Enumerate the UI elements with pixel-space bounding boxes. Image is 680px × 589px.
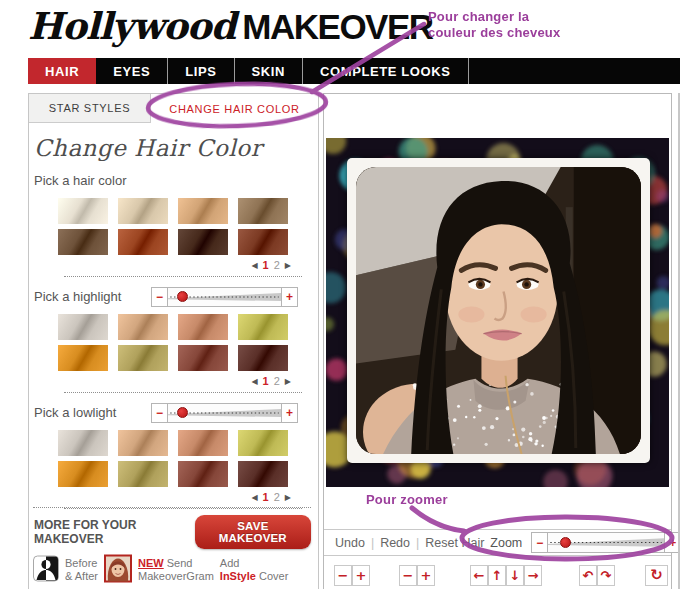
panel-tabs: STAR STYLES CHANGE HAIR COLOR (29, 94, 318, 123)
rotate-left-button[interactable]: ↶ (579, 565, 597, 586)
save-makeover-button[interactable]: SAVE MAKEOVER (195, 515, 311, 549)
lowlight-slider-track[interactable] (168, 403, 281, 423)
makeover-footer: MORE FOR YOUR MAKEOVER SAVE MAKEOVER (33, 507, 311, 588)
hair-swatch[interactable] (118, 430, 168, 456)
hair-swatch[interactable] (58, 345, 108, 371)
photo-canvas[interactable] (326, 138, 669, 487)
new-badge: NEW (138, 557, 164, 569)
highlight-minus-button[interactable]: − (151, 287, 168, 307)
move-right-button[interactable]: → (524, 565, 542, 586)
tab-change-hair-color[interactable]: CHANGE HAIR COLOR (151, 94, 318, 123)
nav-tab-lips[interactable]: LIPS (168, 58, 234, 84)
shrink-button-b[interactable]: − (399, 565, 417, 586)
highlight-swatch-grid (58, 314, 305, 371)
hair-swatch[interactable] (58, 229, 108, 255)
logo-makeover: MAKEOVER (242, 7, 432, 47)
canvas-toolbar: Undo | Redo | Reset Hair Zoom − + (324, 529, 671, 556)
page-next-icon[interactable]: ▶ (285, 377, 291, 386)
page-next-icon[interactable]: ▶ (285, 261, 291, 270)
hair-swatch[interactable] (238, 461, 288, 487)
before-after-icon[interactable] (33, 555, 59, 585)
move-left-button[interactable]: ← (470, 565, 488, 586)
hair-swatch[interactable] (58, 430, 108, 456)
lowlight-minus-button[interactable]: − (151, 403, 168, 423)
nav-tab-hair[interactable]: HAIR (28, 58, 96, 84)
enlarge-button-a[interactable]: + (352, 565, 370, 586)
hair-swatch[interactable] (58, 461, 108, 487)
nav-tab-skin[interactable]: SKIN (235, 58, 303, 84)
instyle-cover-label[interactable]: Add InStyle Cover (220, 557, 288, 583)
main-nav: HAIR EYES LIPS SKIN COMPLETE LOOKS (28, 58, 680, 84)
lowlight-intensity-slider: − + (151, 403, 298, 423)
zoom-out-button[interactable]: − (531, 532, 548, 553)
before-after-label[interactable]: Before & After (65, 557, 98, 583)
divider (33, 507, 311, 508)
portrait-photo (356, 167, 641, 454)
highlight-section-label: Pick a highlight (34, 289, 121, 304)
lowlight-section-label: Pick a lowlight (34, 405, 116, 420)
hair-swatch[interactable] (118, 461, 168, 487)
undo-link[interactable]: Undo (329, 536, 371, 550)
annotation-hair-color-note: Pour changer la couleur des cheveux (428, 9, 560, 42)
page-1[interactable]: 1 (263, 259, 269, 271)
lowlight-plus-button[interactable]: + (281, 403, 298, 423)
highlight-intensity-slider: − + (151, 287, 298, 307)
page-2[interactable]: 2 (274, 259, 280, 271)
hair-swatch[interactable] (118, 229, 168, 255)
hair-color-section-label: Pick a hair color (34, 173, 126, 188)
highlight-pagination: ◀ 1 2 ▶ (33, 375, 291, 387)
makeovergram-label[interactable]: NEW Send MakeoverGram (138, 557, 214, 583)
hair-swatch[interactable] (178, 229, 228, 255)
hair-swatch[interactable] (238, 229, 288, 255)
hair-swatch[interactable] (238, 314, 288, 340)
page-title: Change Hair Color (34, 135, 305, 161)
hair-swatch[interactable] (58, 198, 108, 224)
page-2[interactable]: 2 (274, 491, 280, 503)
enlarge-button-b[interactable]: + (417, 565, 435, 586)
hair-color-swatch-grid (58, 198, 305, 255)
app-logo: Hollywood MAKEOVER (28, 4, 433, 48)
tab-star-styles[interactable]: STAR STYLES (29, 94, 151, 123)
zoom-slider-track[interactable] (548, 532, 664, 553)
page-1[interactable]: 1 (263, 375, 269, 387)
hair-swatch[interactable] (118, 345, 168, 371)
photo-panel: Undo | Redo | Reset Hair Zoom − + − + (323, 93, 672, 589)
nav-tab-eyes[interactable]: EYES (96, 58, 168, 84)
makeovergram-thumbnail[interactable] (104, 554, 132, 586)
page-prev-icon[interactable]: ◀ (251, 261, 257, 270)
highlight-plus-button[interactable]: + (281, 287, 298, 307)
page-1[interactable]: 1 (263, 491, 269, 503)
hair-swatch[interactable] (178, 198, 228, 224)
highlight-slider-track[interactable] (168, 287, 281, 307)
reset-hair-link[interactable]: Reset Hair (419, 536, 490, 550)
zoom-label: Zoom (490, 536, 522, 550)
hair-swatch[interactable] (178, 345, 228, 371)
shrink-button-a[interactable]: − (334, 565, 352, 586)
hair-swatch[interactable] (238, 430, 288, 456)
hair-swatch[interactable] (178, 430, 228, 456)
hair-swatch[interactable] (238, 198, 288, 224)
hair-color-pagination: ◀ 1 2 ▶ (33, 259, 291, 271)
hair-swatch[interactable] (238, 345, 288, 371)
hair-swatch[interactable] (178, 314, 228, 340)
nav-tab-complete-looks[interactable]: COMPLETE LOOKS (303, 58, 468, 84)
hair-swatch[interactable] (118, 198, 168, 224)
lowlight-slider-knob[interactable] (177, 407, 188, 418)
highlight-slider-knob[interactable] (177, 291, 188, 302)
hair-swatch[interactable] (118, 314, 168, 340)
instyle-brand: InStyle (220, 570, 256, 582)
page-2[interactable]: 2 (274, 375, 280, 387)
hair-swatch[interactable] (178, 461, 228, 487)
move-up-button[interactable]: ↑ (488, 565, 506, 586)
page-next-icon[interactable]: ▶ (285, 493, 291, 502)
hair-swatch[interactable] (58, 314, 108, 340)
reset-rotation-button[interactable]: ↻ (645, 565, 668, 586)
move-down-button[interactable]: ↓ (506, 565, 524, 586)
rotate-right-button[interactable]: ↷ (597, 565, 615, 586)
zoom-slider-knob[interactable] (560, 537, 571, 548)
photo-frame (347, 158, 650, 463)
redo-link[interactable]: Redo (374, 536, 416, 550)
page-prev-icon[interactable]: ◀ (251, 377, 257, 386)
page-prev-icon[interactable]: ◀ (251, 493, 257, 502)
zoom-slider: − + (531, 532, 680, 553)
